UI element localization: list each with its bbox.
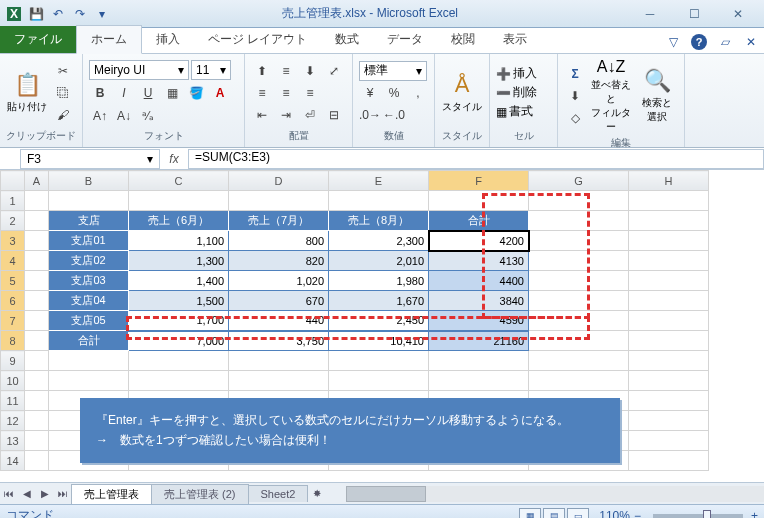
empty-cell[interactable] bbox=[25, 371, 49, 391]
normal-view-icon[interactable]: ▦ bbox=[519, 508, 541, 519]
tab-home[interactable]: ホーム bbox=[76, 25, 142, 54]
orientation-icon[interactable]: ⤢ bbox=[323, 61, 345, 81]
paste-button[interactable]: 📋 貼り付け bbox=[6, 58, 48, 127]
align-bottom-icon[interactable]: ⬇ bbox=[299, 61, 321, 81]
tab-insert[interactable]: 挿入 bbox=[142, 26, 194, 53]
window-close-icon[interactable]: ✕ bbox=[740, 31, 762, 53]
col-header[interactable]: H bbox=[629, 171, 709, 191]
empty-cell[interactable] bbox=[429, 351, 529, 371]
window-restore-icon[interactable]: ▱ bbox=[714, 31, 736, 53]
sheet-nav-next-icon[interactable]: ▶ bbox=[36, 488, 54, 499]
table-cell[interactable]: 440 bbox=[229, 311, 329, 331]
table-cell[interactable]: 1,100 bbox=[129, 231, 229, 251]
scrollbar-thumb[interactable] bbox=[346, 486, 426, 502]
redo-icon[interactable]: ↷ bbox=[70, 4, 90, 24]
shrink-font-icon[interactable]: A↓ bbox=[113, 106, 135, 126]
qat-dropdown-icon[interactable]: ▾ bbox=[92, 4, 112, 24]
cut-icon[interactable]: ✂ bbox=[52, 61, 74, 81]
styles-button[interactable]: Å スタイル bbox=[441, 58, 483, 127]
sheet-nav-last-icon[interactable]: ⏭ bbox=[54, 488, 72, 499]
table-cell[interactable]: 2,010 bbox=[329, 251, 429, 271]
grow-font-icon[interactable]: A↑ bbox=[89, 106, 111, 126]
empty-cell[interactable] bbox=[25, 191, 49, 211]
fill-color-button[interactable]: 🪣 bbox=[185, 83, 207, 103]
table-header[interactable]: 合計 bbox=[429, 211, 529, 231]
row-header[interactable]: 7 bbox=[1, 311, 25, 331]
row-header[interactable]: 12 bbox=[1, 411, 25, 431]
col-header[interactable]: F bbox=[429, 171, 529, 191]
table-cell[interactable]: 7,000 bbox=[129, 331, 229, 351]
table-row-label[interactable]: 支店05 bbox=[49, 311, 129, 331]
new-sheet-icon[interactable]: ✸ bbox=[308, 488, 326, 499]
empty-cell[interactable] bbox=[25, 351, 49, 371]
format-cells-button[interactable]: ▦書式 bbox=[496, 103, 537, 120]
zoom-in-icon[interactable]: + bbox=[751, 509, 758, 519]
table-header[interactable]: 売上（6月） bbox=[129, 211, 229, 231]
align-center-icon[interactable]: ≡ bbox=[275, 83, 297, 103]
sheet-tab[interactable]: Sheet2 bbox=[248, 485, 309, 502]
table-cell[interactable]: 3840 bbox=[429, 291, 529, 311]
tab-view[interactable]: 表示 bbox=[489, 26, 541, 53]
minimize-button[interactable]: ─ bbox=[628, 2, 672, 26]
table-cell[interactable]: 1,500 bbox=[129, 291, 229, 311]
fx-icon[interactable]: fx bbox=[164, 152, 184, 166]
bold-button[interactable]: B bbox=[89, 83, 111, 103]
close-button[interactable]: ✕ bbox=[716, 2, 760, 26]
help-button[interactable]: ? bbox=[688, 31, 710, 53]
sheet-tab[interactable]: 売上管理表 (2) bbox=[151, 484, 249, 504]
table-cell[interactable]: 3,750 bbox=[229, 331, 329, 351]
sheet-tab[interactable]: 売上管理表 bbox=[71, 484, 152, 504]
empty-cell[interactable] bbox=[529, 371, 629, 391]
insert-cells-button[interactable]: ➕挿入 bbox=[496, 65, 537, 82]
empty-cell[interactable] bbox=[429, 371, 529, 391]
empty-cell[interactable] bbox=[25, 431, 49, 451]
zoom-out-icon[interactable]: − bbox=[634, 509, 641, 519]
empty-cell[interactable] bbox=[529, 351, 629, 371]
table-cell[interactable]: 1,400 bbox=[129, 271, 229, 291]
table-cell[interactable]: 820 bbox=[229, 251, 329, 271]
clear-icon[interactable]: ◇ bbox=[564, 108, 586, 128]
table-row-label[interactable]: 支店03 bbox=[49, 271, 129, 291]
empty-cell[interactable] bbox=[629, 411, 709, 431]
row-header[interactable]: 5 bbox=[1, 271, 25, 291]
align-top-icon[interactable]: ⬆ bbox=[251, 61, 273, 81]
table-cell[interactable]: 10,410 bbox=[329, 331, 429, 351]
empty-cell[interactable] bbox=[49, 351, 129, 371]
empty-cell[interactable] bbox=[49, 371, 129, 391]
row-header[interactable]: 3 bbox=[1, 231, 25, 251]
undo-icon[interactable]: ↶ bbox=[48, 4, 68, 24]
row-header[interactable]: 10 bbox=[1, 371, 25, 391]
empty-cell[interactable] bbox=[229, 371, 329, 391]
empty-cell[interactable] bbox=[25, 391, 49, 411]
row-header[interactable]: 11 bbox=[1, 391, 25, 411]
table-cell[interactable]: 800 bbox=[229, 231, 329, 251]
table-cell[interactable]: 1,670 bbox=[329, 291, 429, 311]
sort-filter-button[interactable]: A↓Z 並べ替えと フィルター bbox=[590, 58, 632, 134]
empty-cell[interactable] bbox=[429, 191, 529, 211]
table-cell[interactable]: 4590 bbox=[429, 311, 529, 331]
find-select-button[interactable]: 🔍 検索と 選択 bbox=[636, 58, 678, 134]
percent-icon[interactable]: % bbox=[383, 83, 405, 103]
number-format-combo[interactable]: 標準▾ bbox=[359, 61, 427, 81]
row-header[interactable]: 8 bbox=[1, 331, 25, 351]
tab-formulas[interactable]: 数式 bbox=[321, 26, 373, 53]
table-cell[interactable]: 2,450 bbox=[329, 311, 429, 331]
row-header[interactable]: 6 bbox=[1, 291, 25, 311]
empty-cell[interactable] bbox=[25, 411, 49, 431]
empty-cell[interactable] bbox=[129, 351, 229, 371]
empty-cell[interactable] bbox=[629, 351, 709, 371]
tab-page-layout[interactable]: ページ レイアウト bbox=[194, 26, 321, 53]
empty-cell[interactable] bbox=[129, 191, 229, 211]
align-right-icon[interactable]: ≡ bbox=[299, 83, 321, 103]
table-row-label[interactable]: 支店01 bbox=[49, 231, 129, 251]
table-header[interactable]: 売上（8月） bbox=[329, 211, 429, 231]
table-cell[interactable]: 1,700 bbox=[129, 311, 229, 331]
tab-file[interactable]: ファイル bbox=[0, 26, 76, 53]
row-header[interactable]: 9 bbox=[1, 351, 25, 371]
col-header[interactable]: B bbox=[49, 171, 129, 191]
table-cell[interactable]: 4130 bbox=[429, 251, 529, 271]
increase-decimal-icon[interactable]: .0→ bbox=[359, 105, 381, 125]
italic-button[interactable]: I bbox=[113, 83, 135, 103]
col-header[interactable]: C bbox=[129, 171, 229, 191]
row-header[interactable]: 13 bbox=[1, 431, 25, 451]
